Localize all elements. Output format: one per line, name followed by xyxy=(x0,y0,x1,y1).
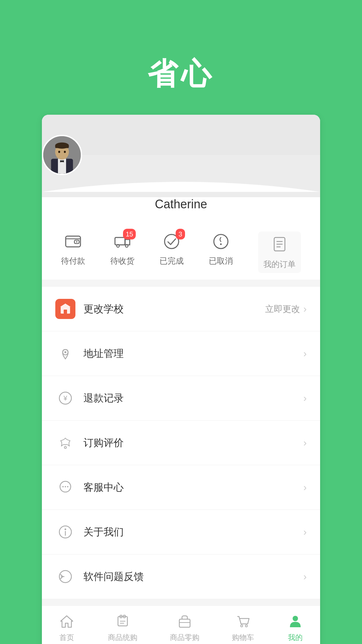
svg-rect-8 xyxy=(55,146,69,148)
nav-label-bulk-buy: 商品统购 xyxy=(108,633,137,643)
svg-point-36 xyxy=(67,486,68,487)
menu-list: 更改学校 立即更改 › 地址管理 › ¥ xyxy=(42,287,320,599)
svg-point-52 xyxy=(241,625,243,627)
svg-point-13 xyxy=(76,241,77,243)
svg-point-17 xyxy=(125,245,128,247)
chevron-address: › xyxy=(303,348,307,359)
tab-label-completed: 已完成 xyxy=(160,256,184,266)
chevron-refund: › xyxy=(303,392,307,404)
menu-item-refund[interactable]: ¥ 退款记录 › xyxy=(42,376,320,421)
tab-label-pending-receive: 待收货 xyxy=(110,256,134,266)
retail-icon xyxy=(176,612,193,630)
info-icon xyxy=(55,522,75,542)
menu-item-customer-service[interactable]: 客服中心 › xyxy=(42,465,320,510)
avatar-wrapper[interactable] xyxy=(42,135,320,175)
svg-text:¥: ¥ xyxy=(63,394,67,402)
menu-item-change-school[interactable]: 更改学校 立即更改 › xyxy=(42,287,320,331)
svg-point-10 xyxy=(64,151,66,153)
nav-profile[interactable]: 我的 xyxy=(287,612,304,643)
svg-point-54 xyxy=(293,616,298,621)
menu-text-address: 地址管理 xyxy=(83,347,303,361)
menu-text-change-school: 更改学校 xyxy=(83,302,265,316)
tab-label-cancelled: 已取消 xyxy=(209,256,233,266)
svg-rect-50 xyxy=(179,619,190,627)
svg-point-9 xyxy=(58,151,60,153)
menu-action-change-school: 立即更改 xyxy=(265,303,300,315)
feedback-icon xyxy=(55,567,75,587)
nav-retail[interactable]: 商品零购 xyxy=(170,612,199,643)
menu-text-refund: 退款记录 xyxy=(83,391,303,405)
chat-icon xyxy=(55,477,75,497)
nav-bulk-buy[interactable]: 商品统购 xyxy=(108,612,137,643)
menu-item-review[interactable]: 订购评价 › xyxy=(42,421,320,465)
tab-label-pending-pay: 待付款 xyxy=(61,256,85,266)
chevron-customer-service: › xyxy=(303,482,307,493)
svg-rect-15 xyxy=(115,237,125,245)
svg-point-39 xyxy=(65,529,66,530)
menu-item-address[interactable]: 地址管理 › xyxy=(42,331,320,376)
svg-point-29 xyxy=(64,351,66,353)
cancel-icon xyxy=(211,231,231,252)
menu-item-feedback[interactable]: 软件问题反馈 › xyxy=(42,554,320,599)
svg-rect-11 xyxy=(66,236,80,247)
svg-rect-27 xyxy=(64,310,67,314)
profile-username: Catherine xyxy=(42,197,320,211)
nav-home[interactable]: 首页 xyxy=(58,612,75,643)
menu-text-review: 订购评价 xyxy=(83,436,303,450)
svg-marker-44 xyxy=(61,616,73,627)
cart-icon xyxy=(234,612,252,630)
svg-point-53 xyxy=(245,625,247,627)
menu-text-feedback: 软件问题反馈 xyxy=(83,570,303,584)
svg-point-5 xyxy=(61,160,63,162)
nav-label-cart: 购物车 xyxy=(232,633,254,643)
menu-text-about: 关于我们 xyxy=(83,525,303,539)
main-card: Catherine 待付款 xyxy=(42,115,320,644)
svg-point-35 xyxy=(65,486,66,487)
svg-point-32 xyxy=(64,446,66,448)
school-icon xyxy=(55,299,75,319)
wallet-icon xyxy=(63,231,83,252)
app-title: 省心 xyxy=(147,54,215,95)
home-icon xyxy=(58,612,75,630)
bottom-nav: 首页 商品统购 商品零购 xyxy=(42,605,320,644)
profile-header: Catherine xyxy=(42,115,320,221)
tab-pending-receive[interactable]: 15 待收货 xyxy=(110,231,134,273)
nav-label-profile[interactable]: 我的 xyxy=(288,633,303,643)
truck-icon: 15 xyxy=(112,231,132,252)
list-icon xyxy=(269,235,290,255)
nav-label-home: 首页 xyxy=(59,633,74,643)
menu-text-customer-service: 客服中心 xyxy=(83,481,303,494)
bulk-icon xyxy=(114,612,131,630)
svg-point-16 xyxy=(117,245,119,247)
chevron-review: › xyxy=(303,437,307,448)
check-circle-icon: 3 xyxy=(162,231,182,252)
chevron-feedback: › xyxy=(303,571,307,582)
chevron-change-school: › xyxy=(303,303,307,315)
tab-pending-pay[interactable]: 待付款 xyxy=(61,231,85,273)
nav-label-retail: 商品零购 xyxy=(170,633,199,643)
svg-marker-26 xyxy=(60,304,71,307)
tab-my-orders[interactable]: 我的订单 xyxy=(258,231,301,273)
star-icon xyxy=(55,433,75,453)
yuan-icon: ¥ xyxy=(55,388,75,408)
order-tabs: 待付款 15 待收货 3 xyxy=(42,221,320,280)
location-icon xyxy=(55,343,75,364)
chevron-about: › xyxy=(303,526,307,538)
svg-point-20 xyxy=(220,244,222,245)
svg-point-34 xyxy=(62,486,64,487)
nav-cart[interactable]: 购物车 xyxy=(232,612,254,643)
avatar xyxy=(42,135,82,175)
tab-completed[interactable]: 3 已完成 xyxy=(160,231,184,273)
tab-cancelled[interactable]: 已取消 xyxy=(209,231,233,273)
menu-item-about[interactable]: 关于我们 › xyxy=(42,510,320,554)
tab-label-my-orders: 我的订单 xyxy=(263,259,296,270)
user-icon xyxy=(287,612,304,630)
